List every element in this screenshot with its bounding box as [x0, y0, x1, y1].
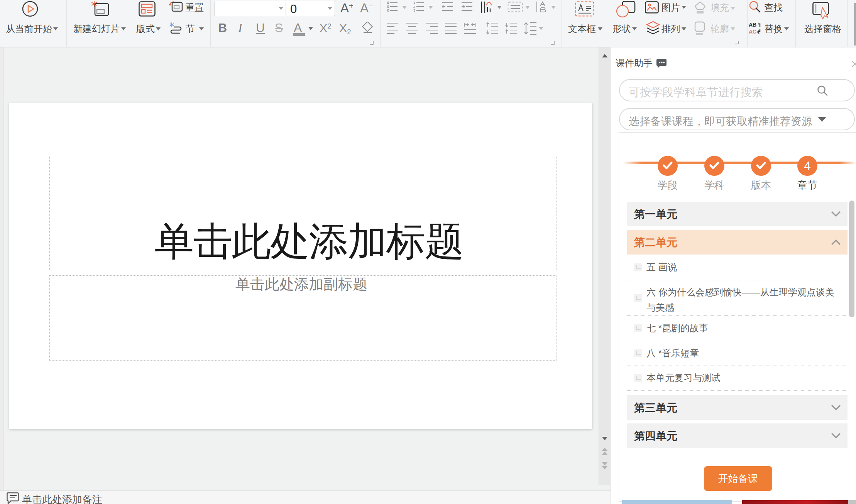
svg-text:1: 1: [413, 1, 415, 5]
svg-text:3: 3: [413, 8, 415, 12]
svg-text:AB: AB: [749, 22, 756, 28]
svg-text:AC: AC: [749, 29, 756, 35]
svg-text:z: z: [413, 5, 415, 8]
